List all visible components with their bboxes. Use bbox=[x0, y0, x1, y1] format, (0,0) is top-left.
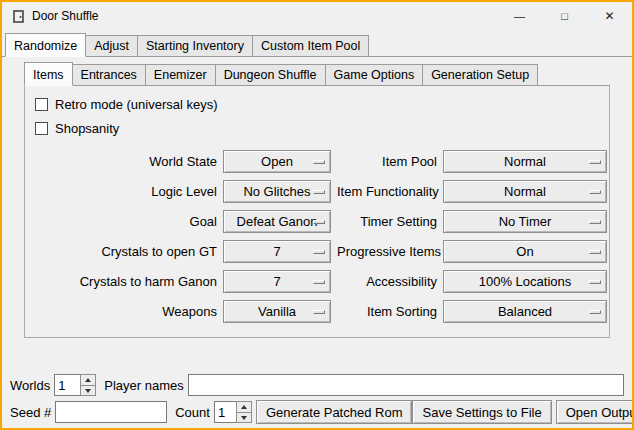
spin-down-icon[interactable] bbox=[237, 412, 251, 422]
spin-up-icon[interactable] bbox=[237, 402, 251, 412]
tab-dungeon-shuffle[interactable]: Dungeon Shuffle bbox=[215, 64, 326, 86]
dropdown-accessibility[interactable]: 100% Locations bbox=[443, 270, 607, 293]
menu-indicator-icon bbox=[589, 250, 601, 254]
label-item-sorting: Item Sorting bbox=[337, 304, 437, 319]
sub-tab-bar: Items Entrances Enemizer Dungeon Shuffle… bbox=[24, 61, 610, 86]
tab-entrances[interactable]: Entrances bbox=[72, 64, 146, 86]
player-names-input[interactable] bbox=[188, 374, 624, 396]
tab-custom-item-pool[interactable]: Custom Item Pool bbox=[252, 35, 369, 57]
minimize-button[interactable]: — bbox=[497, 2, 542, 30]
dropdown-timer-setting-value: No Timer bbox=[499, 214, 552, 229]
menu-indicator-icon bbox=[589, 310, 601, 314]
count-spinner[interactable] bbox=[214, 401, 252, 423]
label-world-state: World State bbox=[29, 154, 217, 169]
worlds-row: Worlds Player names bbox=[4, 372, 630, 398]
checkbox-retro-mode[interactable]: Retro mode (universal keys) bbox=[35, 92, 605, 116]
open-output-directory-button[interactable]: Open Output Directory bbox=[556, 400, 634, 424]
menu-indicator-icon bbox=[589, 190, 601, 194]
count-input[interactable] bbox=[214, 401, 236, 423]
maximize-icon: □ bbox=[561, 10, 568, 22]
menu-indicator-icon bbox=[313, 280, 325, 284]
dropdown-crystals-open-gt[interactable]: 7 bbox=[223, 240, 331, 263]
label-progressive-items: Progressive Items bbox=[337, 244, 437, 259]
menu-indicator-icon bbox=[589, 220, 601, 224]
menu-indicator-icon bbox=[313, 160, 325, 164]
dropdown-item-sorting-value: Balanced bbox=[498, 304, 552, 319]
dropdown-logic-level[interactable]: No Glitches bbox=[223, 180, 331, 203]
settings-grid: World State Open Item Pool Normal Logic … bbox=[29, 146, 605, 326]
dropdown-crystals-harm-ganon[interactable]: 7 bbox=[223, 270, 331, 293]
dropdown-goal[interactable]: Defeat Ganon bbox=[223, 210, 331, 233]
label-item-pool: Item Pool bbox=[337, 154, 437, 169]
checkbox-shopsanity[interactable]: Shopsanity bbox=[35, 116, 605, 140]
items-pane: Retro mode (universal keys) Shopsanity W… bbox=[24, 86, 610, 338]
window-title: Door Shuffle bbox=[32, 9, 99, 23]
seed-row: Seed # Count Generate Patched Rom Save S… bbox=[4, 398, 630, 426]
dropdown-weapons[interactable]: Vanilla bbox=[223, 300, 331, 323]
label-crystals-open-gt: Crystals to open GT bbox=[29, 244, 217, 259]
dropdown-item-pool-value: Normal bbox=[504, 154, 546, 169]
tab-game-options[interactable]: Game Options bbox=[325, 64, 424, 86]
menu-indicator-icon bbox=[589, 160, 601, 164]
maximize-button[interactable]: □ bbox=[542, 2, 587, 30]
spin-up-icon[interactable] bbox=[81, 375, 95, 385]
dropdown-crystals-open-gt-value: 7 bbox=[273, 244, 280, 259]
generate-patched-rom-button[interactable]: Generate Patched Rom bbox=[256, 400, 413, 424]
tab-enemizer[interactable]: Enemizer bbox=[145, 64, 216, 86]
close-button[interactable]: ✕ bbox=[587, 2, 632, 30]
worlds-spinner-arrows bbox=[80, 374, 96, 396]
tab-starting-inventory[interactable]: Starting Inventory bbox=[137, 35, 253, 57]
close-icon: ✕ bbox=[604, 9, 614, 23]
retro-mode-label: Retro mode (universal keys) bbox=[55, 97, 218, 112]
titlebar[interactable]: Door Shuffle — □ ✕ bbox=[2, 2, 632, 30]
seed-label: Seed # bbox=[10, 405, 51, 420]
tab-generation-setup[interactable]: Generation Setup bbox=[422, 64, 538, 86]
count-spinner-arrows bbox=[236, 401, 252, 423]
worlds-label: Worlds bbox=[10, 378, 50, 393]
worlds-spinner[interactable] bbox=[54, 374, 96, 396]
label-weapons: Weapons bbox=[29, 304, 217, 319]
label-goal: Goal bbox=[29, 214, 217, 229]
label-crystals-harm-ganon: Crystals to harm Ganon bbox=[29, 274, 217, 289]
retro-mode-checkbox-box[interactable] bbox=[35, 98, 48, 111]
dropdown-weapons-value: Vanilla bbox=[258, 304, 296, 319]
randomize-pane: Items Entrances Enemizer Dungeon Shuffle… bbox=[2, 57, 632, 428]
shopsanity-checkbox-box[interactable] bbox=[35, 122, 48, 135]
dropdown-item-functionality[interactable]: Normal bbox=[443, 180, 607, 203]
worlds-input[interactable] bbox=[54, 374, 80, 396]
menu-indicator-icon bbox=[313, 190, 325, 194]
dropdown-accessibility-value: 100% Locations bbox=[479, 274, 572, 289]
menu-indicator-icon bbox=[313, 250, 325, 254]
dropdown-timer-setting[interactable]: No Timer bbox=[443, 210, 607, 233]
label-timer-setting: Timer Setting bbox=[337, 214, 437, 229]
minimize-icon: — bbox=[514, 10, 525, 22]
dropdown-goal-value: Defeat Ganon bbox=[237, 214, 318, 229]
seed-input[interactable] bbox=[55, 401, 167, 423]
label-accessibility: Accessibility bbox=[337, 274, 437, 289]
label-item-functionality: Item Functionality bbox=[337, 184, 437, 199]
save-settings-button[interactable]: Save Settings to File bbox=[412, 400, 551, 424]
player-names-label: Player names bbox=[104, 378, 183, 393]
dropdown-world-state-value: Open bbox=[261, 154, 293, 169]
menu-indicator-icon bbox=[589, 280, 601, 284]
menu-indicator-icon bbox=[313, 220, 325, 224]
menu-indicator-icon bbox=[313, 310, 325, 314]
window: Door Shuffle — □ ✕ Randomize Adjust Star… bbox=[0, 0, 634, 430]
tab-adjust[interactable]: Adjust bbox=[85, 35, 138, 57]
main-tab-bar: Randomize Adjust Starting Inventory Cust… bbox=[2, 32, 632, 57]
dropdown-logic-level-value: No Glitches bbox=[243, 184, 310, 199]
window-controls: — □ ✕ bbox=[497, 2, 632, 30]
shopsanity-label: Shopsanity bbox=[55, 121, 119, 136]
dropdown-crystals-harm-ganon-value: 7 bbox=[273, 274, 280, 289]
spin-down-icon[interactable] bbox=[81, 385, 95, 395]
dropdown-item-functionality-value: Normal bbox=[504, 184, 546, 199]
dropdown-item-pool[interactable]: Normal bbox=[443, 150, 607, 173]
dropdown-progressive-items-value: On bbox=[516, 244, 533, 259]
app-icon bbox=[10, 8, 26, 24]
dropdown-world-state[interactable]: Open bbox=[223, 150, 331, 173]
count-label: Count bbox=[175, 405, 210, 420]
dropdown-progressive-items[interactable]: On bbox=[443, 240, 607, 263]
tab-randomize[interactable]: Randomize bbox=[5, 33, 86, 57]
tab-items[interactable]: Items bbox=[24, 62, 73, 86]
dropdown-item-sorting[interactable]: Balanced bbox=[443, 300, 607, 323]
